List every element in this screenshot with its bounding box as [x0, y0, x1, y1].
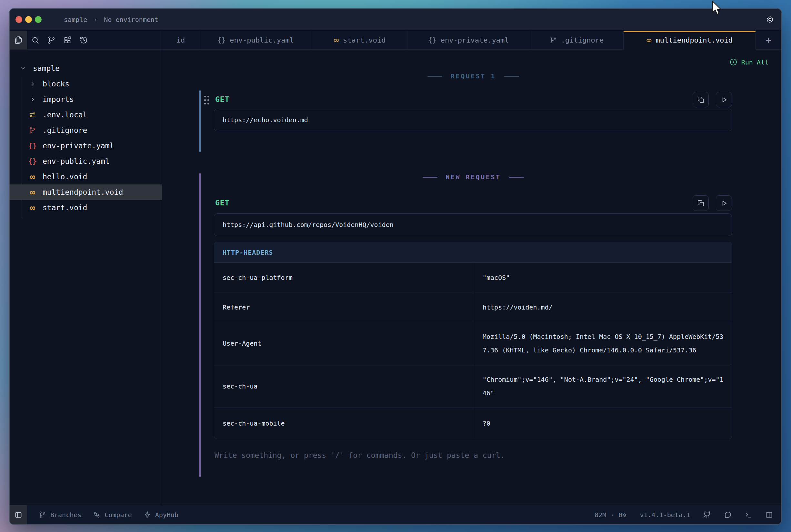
compare-label: Compare	[105, 511, 132, 519]
status-bar: Branches Compare ApyHub 82M · 0% v1.4.1-…	[10, 505, 781, 524]
header-key-cell[interactable]: Referer	[214, 292, 474, 322]
branches-button[interactable]: Branches	[39, 511, 81, 519]
header-value-cell[interactable]: "Chromium";v="146", "Not-A.Brand";v="24"…	[474, 365, 732, 407]
chat-bubble-icon	[724, 511, 732, 519]
tree-item-multiendpoint-selected[interactable]: ∞ multiendpoint.void	[10, 185, 162, 200]
editor-placeholder[interactable]: Write something, or press '/' for comman…	[215, 451, 505, 459]
request1-url-input[interactable]: https://echo.voiden.md	[214, 109, 732, 131]
tree-label: env-public.yaml	[42, 157, 110, 166]
cpu-usage: 0%	[619, 511, 626, 519]
tab-truncated[interactable]: id	[162, 31, 199, 50]
run-request-button[interactable]	[716, 195, 732, 211]
tree-item-env-local[interactable]: .env.local	[10, 107, 162, 122]
infinity-icon: ∞	[334, 36, 339, 44]
chevron-right-icon	[28, 96, 37, 102]
tab-multiendpoint-active[interactable]: ∞ multiendpoint.void	[624, 31, 756, 50]
panel-right-icon	[765, 511, 773, 519]
request2-url-input[interactable]: https://api.github.com/repos/VoidenHQ/vo…	[214, 213, 732, 236]
drag-handle-icon[interactable]	[204, 96, 210, 106]
terminal-button[interactable]	[744, 511, 752, 519]
request2-method[interactable]: GET	[215, 198, 230, 207]
http-headers-card: HTTP-HEADERS sec-ch-ua-platform "macOS" …	[214, 242, 732, 439]
toggle-right-panel-button[interactable]	[765, 511, 773, 519]
chevron-down-icon	[18, 65, 28, 72]
zap-icon	[144, 511, 151, 518]
tab-env-private[interactable]: {} env-private.yaml	[407, 31, 530, 50]
request1-divider: REQUEST 1	[214, 72, 733, 80]
tab-label: env-public.yaml	[230, 36, 294, 44]
header-value-cell[interactable]: Mozilla/5.0 (Macintosh; Intel Mac OS X 1…	[474, 322, 732, 365]
branches-label: Branches	[50, 511, 81, 519]
request2-accent-bar	[199, 173, 201, 477]
git-branch-icon	[28, 127, 37, 134]
infinity-icon: ∞	[646, 36, 651, 44]
tree-item-gitignore[interactable]: .gitignore	[10, 122, 162, 138]
history-icon[interactable]	[75, 31, 92, 49]
run-request-button[interactable]	[716, 92, 732, 107]
tabs: id {} env-public.yaml ∞ start.void {} en…	[162, 31, 781, 50]
header-row: sec-ch-ua-mobile ?0	[214, 408, 732, 439]
file-tree-sidebar: sample blocks imports .env.local .gitign…	[10, 50, 162, 505]
project-name[interactable]: sample	[64, 16, 87, 23]
titlebar: sample › No environment	[10, 9, 781, 31]
apyhub-button[interactable]: ApyHub	[144, 511, 178, 519]
tree-item-env-public[interactable]: {} env-public.yaml	[10, 153, 162, 169]
tab-env-public[interactable]: {} env-public.yaml	[199, 31, 312, 50]
tree-label: start.void	[42, 204, 87, 212]
compare-button[interactable]: Compare	[93, 511, 132, 519]
sliders-icon	[28, 111, 37, 118]
search-icon[interactable]	[27, 31, 43, 49]
tree-label: imports	[42, 95, 74, 103]
editor-content: Run All REQUEST 1 GET https://echo.voide…	[162, 50, 781, 505]
tree-item-hello-void[interactable]: ∞ hello.void	[10, 169, 162, 185]
environment-selector[interactable]: No environment	[104, 16, 159, 23]
tree-folder-blocks[interactable]: blocks	[10, 76, 162, 92]
new-request-divider-label: NEW REQUEST	[446, 173, 501, 181]
header-value-cell[interactable]: "macOS"	[474, 263, 732, 292]
run-all-button[interactable]: Run All	[730, 58, 768, 66]
braces-icon: {}	[28, 142, 37, 149]
chevron-right-icon: ›	[94, 16, 97, 23]
github-icon	[703, 511, 711, 519]
header-value-cell[interactable]: ?0	[474, 408, 732, 439]
duplicate-request-button[interactable]	[693, 195, 709, 211]
header-row: sec-ch-ua-platform "macOS"	[214, 263, 732, 292]
tree-label: env-private.yaml	[42, 141, 114, 150]
tree-label: multiendpoint.void	[42, 188, 123, 196]
header-key-cell[interactable]: sec-ch-ua	[214, 365, 474, 407]
tab-label: .gitignore	[561, 36, 604, 44]
tab-start-void[interactable]: ∞ start.void	[312, 31, 407, 50]
tree-folder-sample[interactable]: sample	[10, 61, 162, 76]
header-key-cell[interactable]: sec-ch-ua-mobile	[214, 408, 474, 439]
compare-icon	[93, 511, 100, 518]
blocks-icon[interactable]	[59, 31, 75, 49]
tab-gitignore[interactable]: .gitignore	[530, 31, 624, 50]
header-value-cell[interactable]: https://voiden.md/	[474, 292, 732, 322]
git-branch-icon[interactable]	[43, 31, 59, 49]
metric-separator: ·	[610, 511, 614, 519]
request1-divider-label: REQUEST 1	[450, 72, 496, 80]
feedback-button[interactable]	[724, 511, 732, 519]
header-row: sec-ch-ua "Chromium";v="146", "Not-A.Bra…	[214, 365, 732, 408]
git-branch-icon	[550, 36, 557, 43]
tree-label: hello.void	[42, 172, 87, 181]
tree-folder-imports[interactable]: imports	[10, 92, 162, 107]
header-key-cell[interactable]: User-Agent	[214, 322, 474, 365]
tree-label: .env.local	[42, 111, 87, 119]
tree-item-env-private[interactable]: {} env-private.yaml	[10, 138, 162, 153]
terminal-icon	[744, 511, 752, 519]
tree-label: blocks	[42, 80, 69, 88]
header-key-cell[interactable]: sec-ch-ua-platform	[214, 263, 474, 292]
git-branch-icon	[39, 511, 46, 518]
close-window-button[interactable]	[16, 16, 22, 23]
duplicate-request-button[interactable]	[693, 92, 709, 107]
toggle-sidebar-button[interactable]	[10, 505, 27, 524]
request1-method[interactable]: GET	[215, 95, 230, 103]
new-tab-button[interactable]: +	[756, 31, 781, 50]
github-button[interactable]	[703, 511, 711, 519]
tree-item-start-void[interactable]: ∞ start.void	[10, 200, 162, 215]
minimize-window-button[interactable]	[25, 16, 32, 23]
files-icon[interactable]	[10, 31, 27, 49]
settings-gear-icon[interactable]	[766, 15, 774, 24]
maximize-window-button[interactable]	[35, 16, 42, 23]
